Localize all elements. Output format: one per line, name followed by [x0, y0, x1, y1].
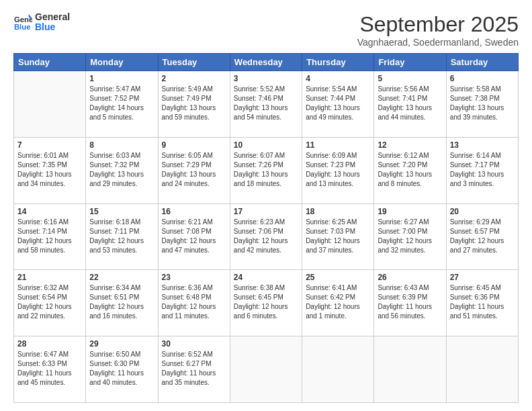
day-cell: 21Sunrise: 6:32 AM Sunset: 6:54 PM Dayli…: [14, 270, 86, 336]
day-number: 14: [17, 207, 82, 216]
day-cell: 27Sunrise: 6:45 AM Sunset: 6:36 PM Dayli…: [446, 270, 518, 336]
day-number: 26: [378, 273, 442, 282]
weekday-header-row: SundayMondayTuesdayWednesdayThursdayFrid…: [14, 54, 519, 71]
day-cell: 22Sunrise: 6:34 AM Sunset: 6:51 PM Dayli…: [86, 270, 158, 336]
day-cell: 12Sunrise: 6:12 AM Sunset: 7:20 PM Dayli…: [374, 137, 446, 203]
day-info: Sunrise: 6:41 AM Sunset: 6:42 PM Dayligh…: [306, 283, 370, 321]
day-cell: [14, 71, 86, 138]
day-info: Sunrise: 6:27 AM Sunset: 7:00 PM Dayligh…: [378, 218, 442, 255]
day-number: 9: [162, 140, 226, 150]
day-cell: [302, 336, 374, 403]
day-number: 17: [234, 207, 298, 216]
day-number: 16: [162, 207, 226, 216]
day-cell: 5Sunrise: 5:56 AM Sunset: 7:41 PM Daylig…: [374, 71, 446, 138]
weekday-header-tuesday: Tuesday: [158, 54, 230, 71]
day-info: Sunrise: 6:09 AM Sunset: 7:23 PM Dayligh…: [306, 151, 370, 189]
day-number: 4: [306, 74, 370, 83]
svg-text:Blue: Blue: [14, 23, 31, 31]
day-number: 23: [162, 273, 226, 282]
day-info: Sunrise: 6:07 AM Sunset: 7:26 PM Dayligh…: [234, 151, 298, 189]
day-number: 21: [17, 273, 82, 282]
day-info: Sunrise: 5:58 AM Sunset: 7:38 PM Dayligh…: [450, 85, 515, 122]
day-cell: 24Sunrise: 6:38 AM Sunset: 6:45 PM Dayli…: [230, 270, 302, 336]
page: General Blue General Blue September 2025…: [0, 0, 532, 411]
day-cell: 7Sunrise: 6:01 AM Sunset: 7:35 PM Daylig…: [14, 137, 86, 203]
day-cell: 14Sunrise: 6:16 AM Sunset: 7:14 PM Dayli…: [14, 203, 86, 270]
day-cell: [374, 336, 446, 403]
day-number: 3: [234, 74, 298, 83]
day-cell: 30Sunrise: 6:52 AM Sunset: 6:27 PM Dayli…: [158, 336, 230, 403]
weekday-header-wednesday: Wednesday: [230, 54, 302, 71]
day-cell: 10Sunrise: 6:07 AM Sunset: 7:26 PM Dayli…: [230, 137, 302, 203]
week-row-2: 7Sunrise: 6:01 AM Sunset: 7:35 PM Daylig…: [14, 137, 519, 203]
day-cell: 15Sunrise: 6:18 AM Sunset: 7:11 PM Dayli…: [86, 203, 158, 270]
day-number: 13: [450, 140, 515, 150]
day-cell: 29Sunrise: 6:50 AM Sunset: 6:30 PM Dayli…: [86, 336, 158, 403]
day-info: Sunrise: 6:45 AM Sunset: 6:36 PM Dayligh…: [450, 283, 515, 321]
day-number: 15: [89, 207, 154, 216]
day-cell: 20Sunrise: 6:29 AM Sunset: 6:57 PM Dayli…: [446, 203, 518, 270]
day-info: Sunrise: 6:18 AM Sunset: 7:11 PM Dayligh…: [89, 218, 154, 255]
weekday-header-saturday: Saturday: [446, 54, 518, 71]
day-info: Sunrise: 6:23 AM Sunset: 7:06 PM Dayligh…: [234, 218, 298, 255]
day-number: 25: [306, 273, 370, 282]
day-info: Sunrise: 6:50 AM Sunset: 6:30 PM Dayligh…: [89, 350, 154, 387]
day-info: Sunrise: 5:49 AM Sunset: 7:49 PM Dayligh…: [162, 85, 226, 122]
day-number: 20: [450, 207, 515, 216]
day-cell: [446, 336, 518, 403]
day-number: 7: [17, 140, 82, 150]
week-row-3: 14Sunrise: 6:16 AM Sunset: 7:14 PM Dayli…: [14, 203, 519, 270]
day-cell: 4Sunrise: 5:54 AM Sunset: 7:44 PM Daylig…: [302, 71, 374, 138]
day-info: Sunrise: 6:14 AM Sunset: 7:17 PM Dayligh…: [450, 151, 515, 189]
day-info: Sunrise: 6:25 AM Sunset: 7:03 PM Dayligh…: [306, 218, 370, 255]
day-number: 24: [234, 273, 298, 282]
day-number: 8: [89, 140, 154, 150]
day-info: Sunrise: 6:43 AM Sunset: 6:39 PM Dayligh…: [378, 283, 442, 321]
day-info: Sunrise: 5:54 AM Sunset: 7:44 PM Dayligh…: [306, 85, 370, 122]
day-info: Sunrise: 6:12 AM Sunset: 7:20 PM Dayligh…: [378, 151, 442, 189]
day-info: Sunrise: 6:32 AM Sunset: 6:54 PM Dayligh…: [17, 283, 82, 321]
day-cell: 25Sunrise: 6:41 AM Sunset: 6:42 PM Dayli…: [302, 270, 374, 336]
day-number: 27: [450, 273, 515, 282]
calendar-table: SundayMondayTuesdayWednesdayThursdayFrid…: [13, 53, 519, 403]
day-info: Sunrise: 6:47 AM Sunset: 6:33 PM Dayligh…: [17, 350, 82, 387]
day-info: Sunrise: 5:52 AM Sunset: 7:46 PM Dayligh…: [234, 85, 298, 122]
day-number: 22: [89, 273, 154, 282]
day-info: Sunrise: 5:47 AM Sunset: 7:52 PM Dayligh…: [89, 85, 154, 122]
day-cell: 6Sunrise: 5:58 AM Sunset: 7:38 PM Daylig…: [446, 71, 518, 138]
day-number: 10: [234, 140, 298, 150]
week-row-1: 1Sunrise: 5:47 AM Sunset: 7:52 PM Daylig…: [14, 71, 519, 138]
day-cell: 2Sunrise: 5:49 AM Sunset: 7:49 PM Daylig…: [158, 71, 230, 138]
day-number: 28: [17, 339, 82, 349]
weekday-header-thursday: Thursday: [302, 54, 374, 71]
weekday-header-sunday: Sunday: [14, 54, 86, 71]
day-cell: 17Sunrise: 6:23 AM Sunset: 7:06 PM Dayli…: [230, 203, 302, 270]
day-cell: 26Sunrise: 6:43 AM Sunset: 6:39 PM Dayli…: [374, 270, 446, 336]
day-cell: 8Sunrise: 6:03 AM Sunset: 7:32 PM Daylig…: [86, 137, 158, 203]
day-cell: 28Sunrise: 6:47 AM Sunset: 6:33 PM Dayli…: [14, 336, 86, 403]
day-cell: 18Sunrise: 6:25 AM Sunset: 7:03 PM Dayli…: [302, 203, 374, 270]
day-number: 6: [450, 74, 515, 83]
day-number: 5: [378, 74, 442, 83]
day-info: Sunrise: 6:29 AM Sunset: 6:57 PM Dayligh…: [450, 218, 515, 255]
day-info: Sunrise: 6:01 AM Sunset: 7:35 PM Dayligh…: [17, 151, 82, 189]
day-number: 19: [378, 207, 442, 216]
week-row-5: 28Sunrise: 6:47 AM Sunset: 6:33 PM Dayli…: [14, 336, 519, 403]
day-cell: 3Sunrise: 5:52 AM Sunset: 7:46 PM Daylig…: [230, 71, 302, 138]
title-block: September 2025 Vagnhaerad, Soedermanland…: [357, 12, 519, 48]
location: Vagnhaerad, Soedermanland, Sweden: [357, 37, 519, 48]
day-cell: 16Sunrise: 6:21 AM Sunset: 7:08 PM Dayli…: [158, 203, 230, 270]
day-info: Sunrise: 6:36 AM Sunset: 6:48 PM Dayligh…: [162, 283, 226, 321]
day-number: 2: [162, 74, 226, 83]
day-info: Sunrise: 6:38 AM Sunset: 6:45 PM Dayligh…: [234, 283, 298, 321]
day-cell: 19Sunrise: 6:27 AM Sunset: 7:00 PM Dayli…: [374, 203, 446, 270]
header: General Blue General Blue September 2025…: [13, 12, 519, 48]
day-info: Sunrise: 6:34 AM Sunset: 6:51 PM Dayligh…: [89, 283, 154, 321]
weekday-header-monday: Monday: [86, 54, 158, 71]
day-number: 18: [306, 207, 370, 216]
logo-icon: General Blue: [13, 13, 32, 32]
week-row-4: 21Sunrise: 6:32 AM Sunset: 6:54 PM Dayli…: [14, 270, 519, 336]
day-info: Sunrise: 6:21 AM Sunset: 7:08 PM Dayligh…: [162, 218, 226, 255]
day-number: 30: [162, 339, 226, 349]
logo-blue: Blue: [35, 22, 70, 32]
